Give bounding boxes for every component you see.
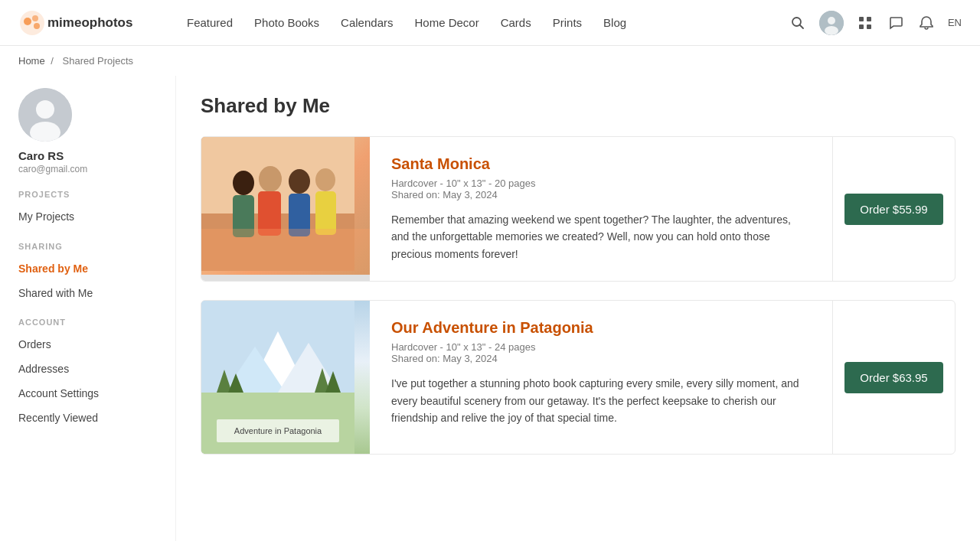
navigation: mimeophotos Featured Photo Books Calenda… xyxy=(0,0,980,46)
nav-cards[interactable]: Cards xyxy=(501,16,531,29)
svg-line-6 xyxy=(799,24,803,28)
nav-icons: EN xyxy=(789,11,962,35)
nav-photo-books[interactable]: Photo Books xyxy=(254,16,319,29)
sharing-section-title: SHARING xyxy=(18,242,157,251)
svg-point-0 xyxy=(20,11,44,35)
user-email: caro@gmail.com xyxy=(18,164,157,174)
sidebar-item-recently-viewed[interactable]: Recently Viewed xyxy=(18,406,157,431)
apps-icon[interactable] xyxy=(856,14,874,32)
svg-point-3 xyxy=(34,23,40,29)
sidebar-item-shared-by-me[interactable]: Shared by Me xyxy=(18,257,157,282)
svg-point-9 xyxy=(825,26,838,35)
svg-point-8 xyxy=(828,17,835,24)
card-meta-patagonia: Hardcover - 10" x 13" - 24 pages Shared … xyxy=(391,341,811,364)
sidebar: Caro RS caro@gmail.com PROJECTS My Proje… xyxy=(0,76,176,541)
card-order-patagonia: Order $63.95 xyxy=(832,301,955,454)
breadcrumb-home[interactable]: Home xyxy=(18,55,45,67)
svg-rect-11 xyxy=(867,17,871,21)
svg-rect-27 xyxy=(315,191,336,235)
svg-rect-21 xyxy=(233,195,254,237)
svg-point-22 xyxy=(259,166,282,192)
svg-rect-23 xyxy=(258,191,281,236)
account-section-title: ACCOUNT xyxy=(18,318,157,327)
project-card-santa-monica: Santa Monica Hardcover - 10" x 13" - 20 … xyxy=(201,136,956,282)
order-button-patagonia[interactable]: Order $63.95 xyxy=(844,362,942,393)
svg-point-20 xyxy=(233,171,254,195)
user-avatar-nav[interactable] xyxy=(819,11,844,35)
card-thumbnail-patagonia: Adventure in Patagonia xyxy=(201,301,370,454)
user-name: Caro RS xyxy=(18,149,157,162)
chat-icon[interactable] xyxy=(887,14,905,32)
sidebar-item-addresses[interactable]: Addresses xyxy=(18,357,157,382)
svg-rect-10 xyxy=(859,17,864,21)
svg-point-15 xyxy=(36,100,54,119)
nav-calendars[interactable]: Calendars xyxy=(341,16,393,29)
main-content: Shared by Me xyxy=(176,76,980,541)
user-avatar xyxy=(18,88,72,142)
svg-point-1 xyxy=(24,18,31,25)
card-thumbnail-santa-monica xyxy=(201,137,370,281)
card-meta-santa-monica: Hardcover - 10" x 13" - 20 pages Shared … xyxy=(391,178,811,200)
sidebar-item-orders[interactable]: Orders xyxy=(18,333,157,357)
search-icon[interactable] xyxy=(789,14,807,32)
breadcrumb-separator: / xyxy=(51,55,54,67)
sidebar-item-shared-with-me[interactable]: Shared with Me xyxy=(18,282,157,306)
card-desc-santa-monica: Remember that amazing weekend we spent t… xyxy=(391,211,811,262)
card-desc-patagonia: I've put together a stunning photo book … xyxy=(391,375,811,426)
sidebar-item-account-settings[interactable]: Account Settings xyxy=(18,382,157,406)
svg-point-2 xyxy=(32,15,38,21)
language-selector[interactable]: EN xyxy=(948,17,962,28)
svg-text:Adventure in Patagonia: Adventure in Patagonia xyxy=(234,426,322,435)
card-title-santa-monica: Santa Monica xyxy=(391,155,811,173)
nav-featured[interactable]: Featured xyxy=(187,16,233,29)
svg-rect-25 xyxy=(289,194,310,236)
nav-links: Featured Photo Books Calendars Home Deco… xyxy=(187,16,789,29)
breadcrumb-current: Shared Projects xyxy=(63,55,134,67)
bell-icon[interactable] xyxy=(917,14,936,32)
nav-blog[interactable]: Blog xyxy=(603,16,626,29)
breadcrumb: Home / Shared Projects xyxy=(0,46,980,76)
nav-prints[interactable]: Prints xyxy=(553,16,582,29)
svg-point-24 xyxy=(289,169,310,194)
card-body-santa-monica: Santa Monica Hardcover - 10" x 13" - 20 … xyxy=(370,137,832,281)
page-title: Shared by Me xyxy=(201,94,956,118)
page-layout: Caro RS caro@gmail.com PROJECTS My Proje… xyxy=(0,76,980,541)
project-card-patagonia: Adventure in Patagonia Our Adventure in … xyxy=(201,300,956,455)
card-order-santa-monica: Order $55.99 xyxy=(832,137,955,281)
projects-section-title: PROJECTS xyxy=(18,190,157,199)
svg-point-26 xyxy=(315,168,335,191)
svg-rect-13 xyxy=(867,24,871,29)
order-button-santa-monica[interactable]: Order $55.99 xyxy=(844,194,942,225)
card-body-patagonia: Our Adventure in Patagonia Hardcover - 1… xyxy=(370,301,832,454)
card-title-patagonia: Our Adventure in Patagonia xyxy=(391,319,811,337)
svg-text:mimeophotos: mimeophotos xyxy=(47,15,132,30)
svg-rect-12 xyxy=(859,24,864,29)
nav-home-decor[interactable]: Home Decor xyxy=(414,16,479,29)
logo[interactable]: mimeophotos xyxy=(18,9,156,37)
sidebar-item-my-projects[interactable]: My Projects xyxy=(18,205,157,230)
